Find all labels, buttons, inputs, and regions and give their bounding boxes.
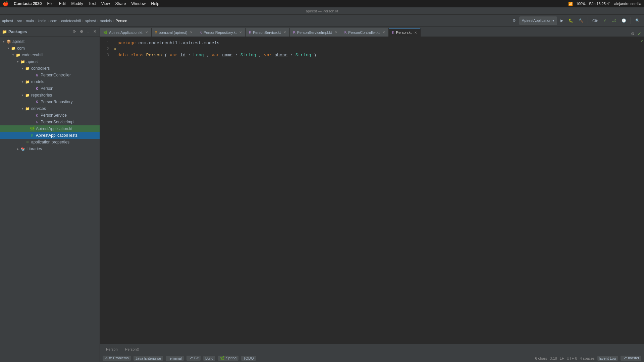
panel-toolbar-collapse[interactable]: – <box>86 29 91 35</box>
comma2: , <box>259 53 264 58</box>
tree-item-repositories[interactable]: 📁 repositories <box>0 92 100 99</box>
tab-close-personcontroller[interactable]: ✕ <box>382 31 385 34</box>
bc-kotlin[interactable]: kotlin <box>38 19 47 23</box>
apple-menu[interactable]: 🍎 <box>3 1 8 6</box>
tree-item-applicationproperties[interactable]: ⚙ application.properties <box>0 139 100 145</box>
statusbar-branch[interactable]: ⎇ master <box>621 356 641 361</box>
tree-item-personserviceimpl[interactable]: K PersonServiceImpl <box>0 119 100 125</box>
run-button[interactable]: ▶ <box>558 16 565 25</box>
tree-label-personcontroller: PersonController <box>41 73 71 77</box>
menu-window[interactable]: Window <box>131 1 146 6</box>
tab-apirestapplication[interactable]: 🌿 ApirestApplication.kt ✕ <box>100 28 152 37</box>
build-button[interactable]: 🔨 <box>577 16 585 25</box>
tree-item-apirest-inner[interactable]: 📁 apirest <box>0 58 100 65</box>
tab-personserviceimpl[interactable]: K PersonServiceImpl.kt ✕ <box>290 28 341 37</box>
separator-2 <box>631 17 631 24</box>
bc-codetecuhtli[interactable]: codetecuhtli <box>61 19 81 23</box>
mac-menubar: 🍎 Camtasia 2020 File Edit Modify Text Vi… <box>0 0 644 7</box>
toolbar-settings-icon[interactable]: ⚙ <box>511 16 518 25</box>
panel-toolbar-sync[interactable]: ⟳ <box>71 29 77 35</box>
param-id: id <box>180 53 185 58</box>
menu-help[interactable]: Help <box>151 1 159 6</box>
statusbar-build[interactable]: Build <box>203 356 215 361</box>
tree-label-personserviceimpl: PersonServiceImpl <box>41 120 74 124</box>
tree-item-services[interactable]: 📁 services <box>0 105 100 112</box>
git-history-button[interactable]: 🕐 <box>620 16 628 25</box>
bc-models[interactable]: models <box>100 19 111 23</box>
tree-item-models[interactable]: 📁 models <box>0 78 100 85</box>
tree-item-apirestapplication[interactable]: 🌿 ApirestApplication.kt <box>0 125 100 132</box>
tree-item-controllers[interactable]: 📁 controllers <box>0 65 100 72</box>
menu-view[interactable]: View <box>101 1 110 6</box>
tab-person[interactable]: K Person.kt ✕ <box>389 28 421 37</box>
wifi-icon: 📶 <box>568 2 573 6</box>
type-long: Long <box>193 53 204 58</box>
tree-item-personrepository[interactable]: K PersonRepository <box>0 99 100 105</box>
statusbar-event-log[interactable]: Event Log <box>597 356 618 361</box>
folder-icon-controllers: 📁 <box>25 66 30 71</box>
tree-label-com: com <box>17 46 25 51</box>
tree-item-codetecuhtli[interactable]: 📁 codetecuhtli <box>0 52 100 58</box>
tab-personservice[interactable]: K PersonService.kt ✕ <box>246 28 290 37</box>
tree-label-libraries: Libraries <box>26 146 42 151</box>
bc-com[interactable]: com <box>50 19 57 23</box>
tab-close-apirestapplication[interactable]: ✕ <box>145 31 148 34</box>
line-num-3: 3 <box>100 52 109 58</box>
tree-label-apirestapplication: ApirestApplication.kt <box>36 126 72 131</box>
tree-item-com[interactable]: 📁 com <box>0 45 100 52</box>
battery-status: 100% <box>576 2 586 6</box>
statusbar-spring[interactable]: 🌿 Spring <box>218 356 238 361</box>
tab-close-personrepository[interactable]: ✕ <box>239 31 242 34</box>
statusbar-todo[interactable]: TODO <box>241 356 256 361</box>
arrow-codetecuhtli <box>11 54 15 57</box>
tab-close-personserviceimpl[interactable]: ✕ <box>335 31 337 34</box>
tab-label-personserviceimpl: PersonServiceImpl.kt <box>297 31 332 35</box>
bc-src[interactable]: src <box>17 19 22 23</box>
statusbar-problems[interactable]: ⚠ 8: Problems <box>103 356 131 361</box>
tree-item-personcontroller[interactable]: K PersonController <box>0 72 100 78</box>
git-branch-button[interactable]: ⎇ <box>610 16 618 25</box>
menu-file[interactable]: File <box>47 1 53 6</box>
editor-settings-icon[interactable]: ⚙ <box>631 32 635 36</box>
bc-apirest2[interactable]: apirest <box>85 19 96 23</box>
tree-label-apirest-root: apirest <box>12 39 24 44</box>
tree-item-libraries[interactable]: 📚 Libraries <box>0 145 100 152</box>
tree-item-person[interactable]: K Person <box>0 85 100 92</box>
search-button[interactable]: 🔍 <box>633 16 642 25</box>
tree-item-apirest-root[interactable]: 📦 apirest <box>0 38 100 45</box>
debug-button[interactable]: 🐛 <box>567 16 575 25</box>
bc-person[interactable]: Person <box>116 19 127 23</box>
tab-pomxml[interactable]: X pom.xml (apirest) ✕ <box>152 28 197 37</box>
statusbar-terminal[interactable]: Terminal <box>166 356 184 361</box>
app-name[interactable]: Camtasia 2020 <box>14 1 42 6</box>
statusbar-java-enterprise[interactable]: Java Enterprise <box>133 356 163 361</box>
tab-close-personservice[interactable]: ✕ <box>283 31 286 34</box>
git-button[interactable]: Git: <box>590 16 600 25</box>
tab-close-pomxml[interactable]: ✕ <box>190 31 193 34</box>
tab-close-person[interactable]: ✕ <box>414 31 417 35</box>
git-check-button[interactable]: ✔ <box>601 16 608 25</box>
tree-label-controllers: controllers <box>31 66 50 71</box>
bottom-tab-person-constructor[interactable]: Person() <box>122 347 143 352</box>
packages-label: Packages <box>8 29 27 34</box>
tree-item-apirestapplicationtests[interactable]: K ApirestApplicationTests <box>0 132 100 139</box>
panel-toolbar-settings[interactable]: ⚙ <box>78 29 85 35</box>
separator-1 <box>588 17 588 24</box>
menu-share[interactable]: Share <box>115 1 126 6</box>
menu-modify[interactable]: Modify <box>71 1 83 6</box>
code-area[interactable]: package com.codetecuhtli.apirest.models … <box>112 37 640 344</box>
panel-toolbar-close[interactable]: ✕ <box>92 29 98 35</box>
run-config-selector[interactable]: ApirestApplication ▾ <box>519 16 557 25</box>
tab-personrepository[interactable]: K PersonRepository.kt ✕ <box>196 28 246 37</box>
tab-personcontroller[interactable]: K PersonController.kt ✕ <box>341 28 389 37</box>
keyword-var3: var <box>264 53 272 58</box>
bottom-tab-person[interactable]: Person <box>103 347 121 352</box>
bc-main[interactable]: main <box>26 19 34 23</box>
statusbar-git[interactable]: ⎇ Git <box>186 356 201 361</box>
menu-edit[interactable]: Edit <box>59 1 66 6</box>
editor[interactable]: 1 2 3 package com.codetecuhtli.apirest.m… <box>100 37 644 344</box>
bc-apirest[interactable]: apirest <box>2 19 13 23</box>
tab-icon-person: K <box>392 31 394 35</box>
tree-item-personservice[interactable]: K PersonService <box>0 112 100 119</box>
menu-text[interactable]: Text <box>89 1 96 6</box>
